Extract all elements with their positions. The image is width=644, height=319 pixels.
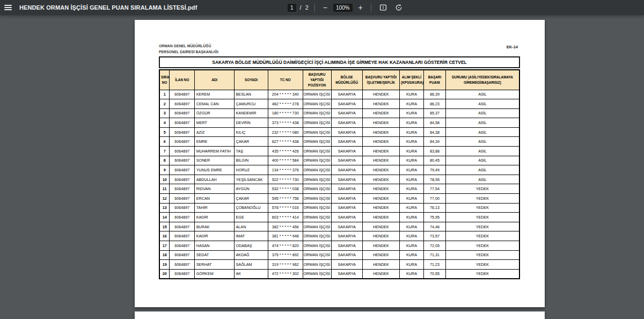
table-cell: ÇAMURCU <box>235 99 268 109</box>
table-cell: ÖZGÜR <box>195 108 235 118</box>
table-row: 196064897SERHATSAĞLAM319 * * * * * 962OR… <box>159 260 519 270</box>
table-cell: ASİL <box>445 137 519 147</box>
zoom-in-button[interactable]: + <box>356 3 365 12</box>
table-cell: SAKARYA <box>331 260 362 270</box>
table-cell: 6064897 <box>170 175 195 184</box>
table-cell: HENDEK <box>362 184 399 194</box>
table-cell: AZİZ <box>195 127 235 137</box>
table-cell: KURA <box>400 99 424 109</box>
table-cell: BİLGİN <box>235 156 268 165</box>
column-header: BAŞARI PUANI <box>423 70 445 90</box>
table-cell: 375 * * * * * 892 <box>268 250 303 260</box>
table-cell: 6064897 <box>170 184 195 194</box>
column-header: ADI <box>195 70 235 90</box>
table-cell: 472 * * * * * 302 <box>268 269 303 279</box>
table-cell: 6064897 <box>170 147 195 156</box>
table-row: 116064897RIDVANAYGÜN532 * * * * * 038ORM… <box>159 184 519 194</box>
table-row: 176064897HASANODABAŞ474 * * * * * 820ORM… <box>159 241 519 251</box>
table-cell: 6064897 <box>170 99 195 109</box>
table-cell: KURA <box>400 250 424 260</box>
table-cell: ERCAN <box>195 194 235 204</box>
table-cell: YEDEK <box>445 222 519 231</box>
table-cell: YEDEK <box>445 241 519 251</box>
menu-icon[interactable] <box>0 0 16 15</box>
table-cell: KURA <box>400 222 424 231</box>
org-line1: ORMAN GENEL MÜDÜRLÜĞÜ <box>159 44 218 49</box>
table-cell: HENDEK <box>362 165 399 175</box>
pdf-toolbar: HENDEK ORMAN İŞÇİSİ GENEL PUAN SIRALAMA … <box>0 0 644 15</box>
table-cell: ORMAN İŞÇİSİ <box>303 222 331 231</box>
table-cell: EGE <box>235 213 268 222</box>
form-code: EK-14 <box>507 45 518 49</box>
table-cell: KURA <box>400 194 424 204</box>
table-cell: 180 * * * * * 730 <box>268 108 303 118</box>
table-cell: 595 * * * * * 756 <box>268 194 303 204</box>
table-cell: GÖRKEM <box>195 269 235 279</box>
column-header: BAŞVURU YAPTIĞI POZİSYON <box>303 70 331 90</box>
toolbar-divider <box>371 4 371 12</box>
table-cell: KURA <box>400 118 424 128</box>
table-cell: HENDEK <box>362 147 399 156</box>
column-header: BAŞVURU YAPTIĞI İŞLETME/ŞEFLİK <box>362 70 399 90</box>
table-row: 186064897SEDATAKDAĞ375 * * * * * 892ORMA… <box>159 250 519 260</box>
table-cell: 3 <box>159 108 170 118</box>
table-row: 16064897KEREMBESLAN204 * * * * * 340ORMA… <box>159 90 519 99</box>
table-cell: KURA <box>400 184 424 194</box>
table-cell: 85,37 <box>423 108 445 118</box>
table-cell: ASİL <box>445 156 519 165</box>
table-cell: 6064897 <box>170 250 195 260</box>
table-cell: 462 * * * * * 278 <box>268 99 303 109</box>
table-cell: SAKARYA <box>331 222 362 231</box>
table-cell: 474 * * * * * 820 <box>268 241 303 251</box>
table-cell: ASİL <box>445 165 519 175</box>
page-separator: / <box>300 4 302 11</box>
fit-to-page-icon[interactable] <box>377 3 389 12</box>
table-cell: SAKARYA <box>331 147 362 156</box>
table-row: 136064897TAHİRÇOBANOĞLU578 * * * * * 016… <box>159 203 519 213</box>
table-row: 106064897ABDULLAHYEŞİLSANCAK522 * * * * … <box>159 175 519 184</box>
zoom-out-button[interactable]: − <box>321 3 330 12</box>
table-cell: İMAT <box>235 231 268 241</box>
table-cell: SAĞLAM <box>235 260 268 270</box>
table-cell: 6064897 <box>170 213 195 222</box>
table-cell: 86,39 <box>423 90 445 99</box>
table-cell: 6064897 <box>170 269 195 279</box>
table-cell: TAHİR <box>195 203 235 213</box>
table-cell: KURA <box>400 147 424 156</box>
page-number-input[interactable]: 1 <box>288 4 296 12</box>
table-cell: ORMAN İŞÇİSİ <box>303 165 331 175</box>
table-cell: 14 <box>159 213 170 222</box>
table-cell: ORMAN İŞÇİSİ <box>303 231 331 241</box>
table-cell: 86,23 <box>423 99 445 109</box>
column-header: ALIM ŞEKLİ (KPSS/KURA) <box>400 70 424 90</box>
table-cell: SAKARYA <box>331 127 362 137</box>
table-cell: 78,95 <box>423 175 445 184</box>
table-cell: KEREM <box>195 90 235 99</box>
table-cell: SERHAT <box>195 260 235 270</box>
table-cell: HENDEK <box>362 108 399 118</box>
table-cell: 6064897 <box>170 127 195 137</box>
table-cell: 6064897 <box>170 118 195 128</box>
table-cell: 6064897 <box>170 156 195 165</box>
table-cell: YEDEK <box>445 203 519 213</box>
table-cell: 15 <box>159 222 170 231</box>
table-cell: HENDEK <box>362 90 399 99</box>
table-cell: HENDEK <box>362 127 399 137</box>
table-cell: SAKARYA <box>331 118 362 128</box>
table-cell: 18 <box>159 250 170 260</box>
table-cell: 6064897 <box>170 165 195 175</box>
table-cell: HENDEK <box>362 99 399 109</box>
table-cell: KADİR <box>195 231 235 241</box>
org-header: ORMAN GENEL MÜDÜRLÜĞÜ PERSONEL DAİRESİ B… <box>159 44 218 55</box>
table-cell: YEDEK <box>445 213 519 222</box>
table-cell: 76,13 <box>423 203 445 213</box>
table-cell: 83,88 <box>423 147 445 156</box>
table-row: 96064897YUNUS EMREHORUZ134 * * * * * 376… <box>159 165 519 175</box>
pdf-viewer[interactable]: ORMAN GENEL MÜDÜRLÜĞÜ PERSONEL DAİRESİ B… <box>0 15 644 319</box>
table-cell: 522 * * * * * 730 <box>268 175 303 184</box>
table-cell: SAKARYA <box>331 203 362 213</box>
table-cell: KURA <box>400 156 424 165</box>
rotate-icon[interactable] <box>393 3 405 12</box>
table-cell: YEDEK <box>445 184 519 194</box>
org-line2: PERSONEL DAİRESİ BAŞKANLIĞI <box>159 49 218 55</box>
